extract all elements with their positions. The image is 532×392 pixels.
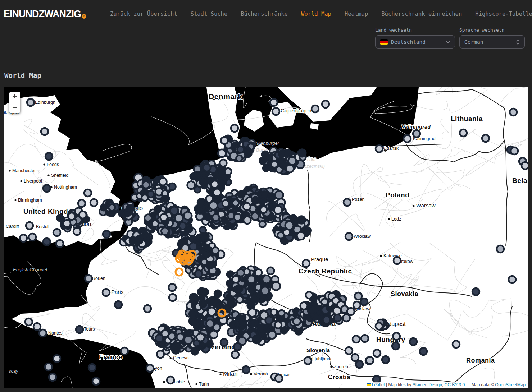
svg-text:Turin: Turin	[199, 382, 209, 387]
svg-text:Wroclaw: Wroclaw	[354, 234, 371, 239]
svg-text:Edinburgh: Edinburgh	[35, 100, 55, 105]
svg-text:Gdansk: Gdansk	[383, 146, 399, 151]
header-controls: Land wechseln Deutschland Sprache wechse…	[0, 21, 532, 49]
attribution-map-data: — Map data ©	[465, 382, 495, 387]
ukraine-flag-icon	[367, 383, 371, 386]
svg-text:Manchester: Manchester	[12, 168, 36, 173]
svg-text:scay: scay	[9, 368, 19, 374]
cc-license-link[interactable]: CC BY 3.0	[445, 382, 465, 387]
chevron-up-down-icon	[516, 40, 520, 45]
nav-item-bookcases[interactable]: Bücherschränke	[241, 11, 288, 17]
svg-text:Romania: Romania	[466, 357, 495, 364]
map-attribution: Leaflet | Map tiles by Stamen Design, CC…	[365, 382, 528, 388]
nav-item-back-to-overview[interactable]: Zurück zur Übersicht	[110, 11, 177, 17]
svg-text:Prague: Prague	[311, 256, 328, 262]
stamen-design-link[interactable]: Stamen Design	[413, 382, 442, 387]
bitcoin-icon: B	[82, 14, 86, 19]
language-select-value: German	[464, 39, 513, 45]
country-select[interactable]: Deutschland	[375, 35, 455, 49]
chevron-down-icon	[446, 41, 450, 43]
attribution-comma: ,	[442, 382, 445, 387]
svg-text:Pozan: Pozan	[352, 197, 364, 202]
svg-text:Tours: Tours	[84, 327, 95, 332]
nav-item-submit-bookcase[interactable]: Bücherschrank einreichen	[381, 11, 462, 17]
svg-text:Birmingham: Birmingham	[18, 198, 42, 203]
svg-text:Lithuania: Lithuania	[451, 115, 483, 123]
language-select-group: Sprache wechseln German	[459, 27, 525, 49]
svg-text:Slovenia: Slovenia	[306, 347, 330, 353]
svg-text:Nottingham: Nottingham	[54, 185, 77, 190]
nav-item-heatmap[interactable]: Heatmap	[345, 11, 368, 17]
svg-text:Bristol: Bristol	[36, 224, 49, 229]
svg-text:Sheffield: Sheffield	[51, 173, 68, 178]
svg-text:Ljubljana: Ljubljana	[312, 356, 330, 361]
svg-text:Paris: Paris	[111, 289, 123, 295]
country-select-label: Land wechseln	[375, 27, 455, 33]
country-select-value: Deutschland	[391, 39, 442, 45]
app-logo-text: EINUNDZWANZIG	[4, 9, 81, 19]
nav-item-city-search[interactable]: Stadt Suche	[191, 11, 228, 17]
country-select-group: Land wechseln Deutschland	[375, 27, 455, 49]
main-nav: Zurück zur Übersicht Stadt Suche Büchers…	[110, 11, 532, 17]
svg-text:Rouen: Rouen	[92, 276, 105, 281]
nav-item-world-map[interactable]: World Map	[301, 11, 331, 17]
map-canvas[interactable]: English ChannelscayMecklenburgerBuchtSte…	[4, 87, 528, 388]
svg-text:Kaliningrad: Kaliningrad	[401, 124, 431, 130]
openstreetmap-link[interactable]: OpenStreetMap	[495, 382, 526, 387]
language-select-label: Sprache wechseln	[459, 27, 525, 33]
svg-text:Belarus: Belarus	[512, 177, 528, 184]
svg-text:Hungary: Hungary	[376, 336, 405, 343]
svg-text:Warsaw: Warsaw	[416, 202, 436, 208]
svg-text:Poland: Poland	[386, 191, 409, 199]
leaflet-link[interactable]: Leaflet	[372, 382, 385, 387]
svg-text:France: France	[99, 353, 122, 361]
svg-text:Geneva: Geneva	[173, 355, 189, 360]
svg-text:Cardiff: Cardiff	[6, 224, 19, 229]
world-map: English ChannelscayMecklenburgerBuchtSte…	[4, 87, 528, 388]
nav-item-highscore-table[interactable]: Highscore-Tabelle	[475, 11, 532, 17]
svg-text:Zagreb: Zagreb	[334, 364, 348, 369]
svg-text:Copenhagen: Copenhagen	[281, 107, 312, 114]
svg-text:Leeds: Leeds	[47, 162, 59, 167]
svg-text:Croatia: Croatia	[328, 374, 350, 381]
page-title: World Map	[4, 72, 532, 79]
map-zoom-control: + −	[9, 92, 20, 113]
germany-flag-icon	[380, 39, 388, 45]
app-logo[interactable]: EINUNDZWANZIG B	[4, 9, 86, 19]
svg-text:Czech Republic: Czech Republic	[299, 267, 352, 275]
svg-text:Lodz: Lodz	[391, 217, 401, 222]
zoom-in-button[interactable]: +	[9, 92, 20, 102]
attribution-text: | Map tiles by	[385, 382, 413, 387]
language-select[interactable]: German	[459, 35, 525, 49]
svg-text:Nantes: Nantes	[48, 331, 63, 336]
svg-text:English Channel: English Channel	[13, 267, 47, 272]
top-navbar: EINUNDZWANZIG B Zurück zur Übersicht Sta…	[0, 0, 532, 21]
zoom-out-button[interactable]: −	[9, 102, 20, 113]
svg-text:Liverpool: Liverpool	[24, 179, 42, 184]
svg-text:Slovakia: Slovakia	[391, 290, 419, 298]
svg-text:Verona: Verona	[254, 372, 268, 377]
svg-text:Denmark: Denmark	[209, 92, 242, 101]
svg-text:Milan: Milan	[223, 370, 238, 377]
